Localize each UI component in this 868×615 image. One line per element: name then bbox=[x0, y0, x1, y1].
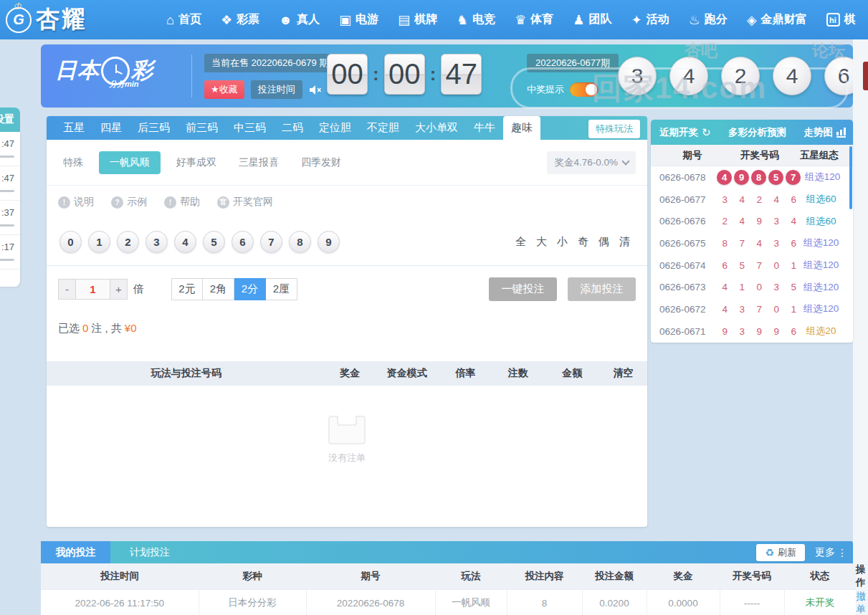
filter-small[interactable]: 小 bbox=[557, 235, 568, 249]
win-tip-toggle[interactable] bbox=[570, 82, 598, 97]
tab-erma[interactable]: 二码 bbox=[274, 116, 311, 140]
question-icon: ? bbox=[111, 196, 123, 209]
unit-yuan[interactable]: 2元 bbox=[171, 278, 203, 300]
number-ball-7[interactable]: 7 bbox=[260, 231, 282, 253]
tab-dingweidan[interactable]: 定位胆 bbox=[311, 116, 359, 140]
quick-lottery-item[interactable]: :17 bbox=[0, 235, 20, 270]
tab-qiansanma[interactable]: 前三码 bbox=[178, 116, 226, 140]
favorite-button[interactable]: ★收藏 bbox=[204, 80, 244, 99]
combo-type-link[interactable]: 组选120 bbox=[798, 281, 844, 294]
recent-draws-link[interactable]: 近期开奖↻ bbox=[659, 126, 711, 139]
tab-daxiaoshuangdan[interactable]: 大小单双 bbox=[407, 116, 466, 140]
subtab-teshu[interactable]: 特殊 bbox=[57, 151, 90, 174]
col-play: 玩法 bbox=[435, 563, 507, 590]
selected-count: 0 bbox=[82, 322, 88, 334]
unit-li[interactable]: 2厘 bbox=[266, 278, 297, 300]
number-ball-8[interactable]: 8 bbox=[289, 231, 311, 253]
tab-budingdan[interactable]: 不定胆 bbox=[359, 116, 407, 140]
combo-type-link[interactable]: 组选120 bbox=[798, 302, 844, 315]
tab-wuxing[interactable]: 五星 bbox=[55, 116, 92, 140]
nav-item-wealth[interactable]: ◈金鼎财富 bbox=[747, 12, 807, 27]
nav-item-hi[interactable]: hi棋 bbox=[826, 12, 856, 27]
trend-chart-link[interactable]: 走势图 bbox=[803, 126, 846, 139]
filter-clear[interactable]: 清 bbox=[619, 235, 630, 249]
tab-quwei-active[interactable]: 趣味 bbox=[503, 116, 540, 140]
filter-big[interactable]: 大 bbox=[536, 235, 547, 249]
col-five-star: 五星组态 bbox=[794, 149, 844, 162]
filter-all[interactable]: 全 bbox=[515, 235, 526, 249]
subtab-haoshichengshuang[interactable]: 好事成双 bbox=[170, 151, 223, 174]
combo-type-link[interactable]: 组选120 bbox=[798, 237, 844, 249]
unit-fen-active[interactable]: 2分 bbox=[234, 278, 266, 300]
refresh-icon[interactable]: ↻ bbox=[702, 126, 711, 139]
add-bet-button[interactable]: 添加投注 bbox=[568, 277, 636, 301]
empty-state: 没有注单 bbox=[47, 416, 647, 464]
nav-item-activity[interactable]: ✦活动 bbox=[631, 12, 669, 27]
nav-item-live[interactable]: ☻真人 bbox=[279, 12, 320, 27]
bet-time-button[interactable]: 投注时间 bbox=[251, 80, 302, 99]
nav-item-lottery[interactable]: ❖彩票 bbox=[221, 12, 259, 27]
help-link[interactable]: !帮助 bbox=[164, 196, 200, 209]
speaker-muted-icon[interactable] bbox=[309, 85, 322, 95]
combo-type-link[interactable]: 组选120 bbox=[798, 259, 844, 272]
multiplier-minus-button[interactable]: - bbox=[58, 279, 76, 300]
number-ball-0[interactable]: 0 bbox=[59, 231, 82, 253]
nav-item-egames[interactable]: ▣电游 bbox=[339, 12, 378, 27]
unit-jiao[interactable]: 2角 bbox=[203, 278, 234, 300]
floating-widget-clipped[interactable] bbox=[863, 62, 868, 90]
number-ball-5[interactable]: 5 bbox=[203, 231, 225, 253]
quick-lottery-item[interactable]: :37 bbox=[0, 201, 20, 235]
tab-niuniu[interactable]: 牛牛 bbox=[466, 116, 503, 140]
number-ball-3[interactable]: 3 bbox=[146, 231, 168, 253]
number-ball-6[interactable]: 6 bbox=[232, 231, 254, 253]
result-cell: ----- bbox=[720, 590, 784, 615]
combo-type-link[interactable]: 组选20 bbox=[798, 325, 844, 338]
more-button[interactable]: 更多⋮ bbox=[815, 546, 847, 559]
tab-plan-bets[interactable]: 计划投注 bbox=[110, 541, 189, 563]
multiplier-plus-button[interactable]: + bbox=[110, 279, 128, 300]
nav-item-boardgames[interactable]: ▤棋牌 bbox=[398, 12, 437, 27]
home-icon: ⌂ bbox=[166, 14, 174, 27]
nav-item-home[interactable]: ⌂首页 bbox=[166, 12, 201, 27]
analysis-link[interactable]: 多彩分析预测 bbox=[728, 126, 786, 139]
number-ball-4[interactable]: 4 bbox=[174, 231, 196, 253]
example-link[interactable]: ?示例 bbox=[111, 196, 147, 209]
colon: : bbox=[430, 63, 437, 85]
tab-sixing[interactable]: 四星 bbox=[92, 116, 130, 140]
quick-bet-button[interactable]: 一键投注 bbox=[489, 277, 557, 301]
subtab-yifanfengshun-active[interactable]: 一帆风顺 bbox=[99, 151, 161, 174]
nav-item-team[interactable]: ♟团队 bbox=[573, 12, 611, 27]
tab-my-bets-active[interactable]: 我的投注 bbox=[41, 541, 110, 563]
number-ball-2[interactable]: 2 bbox=[117, 231, 139, 253]
hi-icon: hi bbox=[826, 13, 840, 27]
quick-lottery-item[interactable]: :47 bbox=[0, 166, 20, 201]
subtab-sanxingbaoxi[interactable]: 三星报喜 bbox=[232, 151, 285, 174]
nav-item-paofen[interactable]: ♨跑分 bbox=[689, 12, 728, 27]
col-period: 期号 bbox=[306, 563, 435, 590]
refresh-button[interactable]: ♻刷新 bbox=[756, 544, 805, 561]
number-ball-1[interactable]: 1 bbox=[88, 231, 110, 253]
special-play-button[interactable]: 特殊玩法 bbox=[588, 120, 640, 138]
filter-odd[interactable]: 奇 bbox=[578, 235, 588, 249]
combo-type-link[interactable]: 组选60 bbox=[798, 193, 844, 206]
nav-item-esports[interactable]: ♞电竞 bbox=[457, 12, 495, 27]
scrollbar-thumb[interactable] bbox=[849, 146, 852, 209]
bonus-rate-select[interactable]: 奖金4.76-0.0% bbox=[547, 151, 636, 174]
quick-panel-body: :47 :47 :37 :17 bbox=[0, 132, 20, 287]
number-ball-9[interactable]: 9 bbox=[318, 231, 340, 253]
tab-housanma[interactable]: 后三码 bbox=[130, 116, 178, 140]
subtab-sijifacai[interactable]: 四季发财 bbox=[295, 151, 348, 174]
combo-type-link[interactable]: 组选120 bbox=[801, 171, 844, 183]
tab-zhongsanma[interactable]: 中三码 bbox=[226, 116, 274, 140]
filter-even[interactable]: 偶 bbox=[598, 235, 609, 249]
multiplier-label: 倍 bbox=[133, 282, 144, 296]
combo-type-link[interactable]: 组选60 bbox=[798, 215, 844, 228]
instructions-link[interactable]: !说明 bbox=[58, 196, 94, 209]
progress-bar bbox=[0, 156, 14, 158]
multiplier-input[interactable] bbox=[76, 279, 110, 300]
nav-item-sports[interactable]: ♛体育 bbox=[515, 12, 553, 27]
site-logo[interactable]: G♔ 杏耀 bbox=[6, 4, 87, 36]
number-select-row: 0 1 2 3 4 5 6 7 8 9 全 大 小 奇 偶 清 bbox=[47, 219, 647, 266]
quick-lottery-item[interactable]: :47 bbox=[0, 132, 20, 166]
official-site-link[interactable]: 官开奖官网 bbox=[217, 196, 273, 209]
